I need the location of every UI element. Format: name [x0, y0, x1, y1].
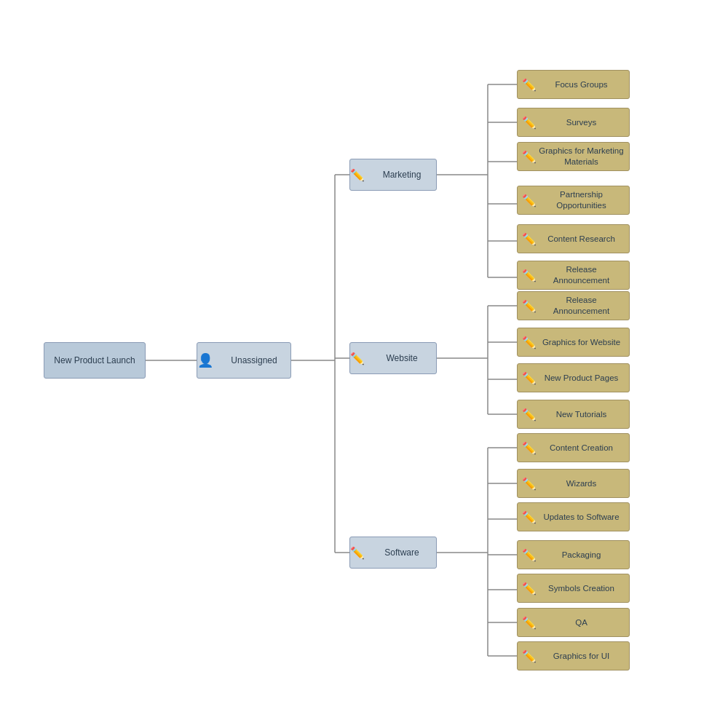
pencil-icon: ✏️: [522, 116, 537, 130]
root-node: New Product Launch: [44, 342, 146, 379]
pencil-icon: ✏️: [522, 616, 537, 630]
pencil-icon: ✏️: [522, 150, 537, 164]
leaf-label: Wizards: [538, 478, 625, 489]
pencil-icon: ✏️: [522, 510, 537, 524]
leaf-node: ✏️Graphics for Website: [517, 328, 630, 357]
pencil-icon-software: ✏️: [350, 546, 365, 560]
leaf-label: New Product Pages: [538, 373, 625, 384]
pencil-icon: ✏️: [522, 232, 537, 246]
leaf-node: ✏️New Product Pages: [517, 363, 630, 392]
leaf-node: ✏️Updates to Software: [517, 502, 630, 531]
pencil-icon: ✏️: [522, 441, 537, 455]
leaf-label: New Tutorials: [538, 409, 625, 420]
software-node: ✏️ Software: [349, 537, 437, 569]
leaf-node: ✏️Content Research: [517, 224, 630, 253]
leaf-node: ✏️Surveys: [517, 108, 630, 137]
pencil-icon-website: ✏️: [350, 352, 365, 365]
leaf-label: Graphics for UI: [538, 651, 625, 662]
marketing-node: ✏️ Marketing: [349, 159, 437, 191]
root-label: New Product Launch: [44, 355, 145, 365]
leaf-label: Release Announcement: [538, 264, 625, 286]
pencil-icon: ✏️: [522, 582, 537, 596]
pencil-icon: ✏️: [522, 477, 537, 491]
leaf-node: ✏️Packaging: [517, 540, 630, 569]
leaf-node: ✏️Symbols Creation: [517, 574, 630, 603]
website-node: ✏️ Website: [349, 342, 437, 374]
leaf-node: ✏️Partnership Opportunities: [517, 186, 630, 215]
pencil-icon: ✏️: [522, 371, 537, 385]
leaf-label: Packaging: [538, 550, 625, 561]
pencil-icon: ✏️: [522, 269, 537, 282]
pencil-icon: ✏️: [522, 408, 537, 422]
leaf-label: Focus Groups: [538, 79, 625, 90]
pencil-icon: ✏️: [522, 336, 537, 349]
leaf-node: ✏️New Tutorials: [517, 400, 630, 429]
leaf-label: Release Announcement: [538, 295, 625, 317]
leaf-label: Symbols Creation: [538, 583, 625, 594]
leaf-node: ✏️Graphics for UI: [517, 641, 630, 670]
leaf-node: ✏️Focus Groups: [517, 70, 630, 99]
pencil-icon: ✏️: [522, 649, 537, 663]
pencil-icon: ✏️: [522, 78, 537, 92]
leaf-label: Graphics for Marketing Materials: [538, 146, 625, 167]
person-icon: 👤: [197, 352, 213, 368]
leaf-node: ✏️Wizards: [517, 469, 630, 498]
leaf-label: Content Creation: [538, 443, 625, 454]
leaf-node: ✏️Graphics for Marketing Materials: [517, 142, 630, 171]
unassigned-label: Unassigned: [218, 355, 290, 365]
leaf-label: Partnership Opportunities: [538, 189, 625, 211]
pencil-icon-marketing: ✏️: [350, 168, 365, 182]
leaf-label: Graphics for Website: [538, 337, 625, 348]
leaf-label: QA: [538, 617, 625, 628]
marketing-label: Marketing: [368, 170, 436, 180]
leaf-label: Updates to Software: [538, 512, 625, 523]
leaf-label: Surveys: [538, 117, 625, 128]
pencil-icon: ✏️: [522, 548, 537, 562]
leaf-label: Content Research: [538, 234, 625, 245]
pencil-icon: ✏️: [522, 299, 537, 313]
website-label: Website: [368, 353, 436, 363]
software-label: Software: [368, 547, 436, 558]
pencil-icon: ✏️: [522, 194, 537, 207]
leaf-node: ✏️Release Announcement: [517, 291, 630, 320]
unassigned-node: 👤 Unassigned: [197, 342, 291, 379]
leaf-node: ✏️Content Creation: [517, 433, 630, 462]
leaf-node: ✏️Release Announcement: [517, 261, 630, 290]
leaf-node: ✏️QA: [517, 608, 630, 637]
